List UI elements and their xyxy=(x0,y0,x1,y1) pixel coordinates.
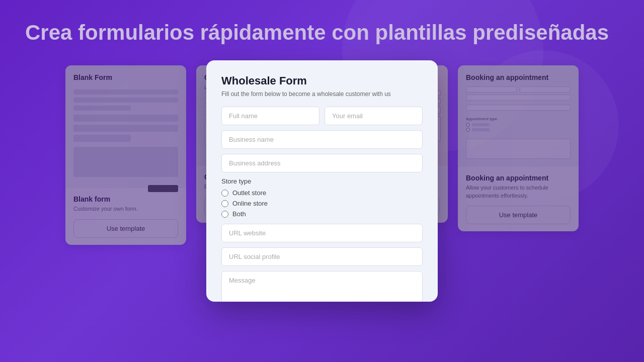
both-store-label[interactable]: Both xyxy=(232,210,246,218)
url-website-group xyxy=(221,224,423,242)
page-wrapper: Crea formularios rápidamente con plantil… xyxy=(0,0,644,362)
business-address-input[interactable] xyxy=(221,154,423,172)
message-textarea[interactable] xyxy=(221,271,423,302)
store-type-label: Store type xyxy=(221,177,423,185)
modal-subtitle: Fill out the form below to become a whol… xyxy=(221,90,423,98)
online-store-option[interactable]: Online store xyxy=(221,200,423,207)
outlet-store-radio[interactable] xyxy=(221,190,228,197)
name-email-row xyxy=(221,107,423,125)
store-type-section: Store type Outlet store Online store Bot… xyxy=(221,177,423,218)
url-website-input[interactable] xyxy=(221,224,423,242)
outlet-store-option[interactable]: Outlet store xyxy=(221,189,423,197)
online-store-label[interactable]: Online store xyxy=(232,200,268,207)
full-name-input[interactable] xyxy=(221,107,319,125)
modal-title: Wholesale Form xyxy=(221,74,423,87)
online-store-radio[interactable] xyxy=(221,200,228,207)
email-input[interactable] xyxy=(325,107,423,125)
business-name-input[interactable] xyxy=(221,130,423,149)
url-social-group xyxy=(221,247,423,266)
outlet-store-label[interactable]: Outlet store xyxy=(232,189,266,197)
wholesale-modal: Wholesale Form Fill out the form below t… xyxy=(206,60,438,302)
both-store-option[interactable]: Both xyxy=(221,210,423,218)
both-store-radio[interactable] xyxy=(221,211,228,218)
message-group xyxy=(221,271,423,302)
business-name-group xyxy=(221,130,423,149)
business-address-group xyxy=(221,154,423,172)
modal-overlay[interactable]: Wholesale Form Fill out the form below t… xyxy=(0,0,644,362)
url-social-input[interactable] xyxy=(221,247,423,266)
